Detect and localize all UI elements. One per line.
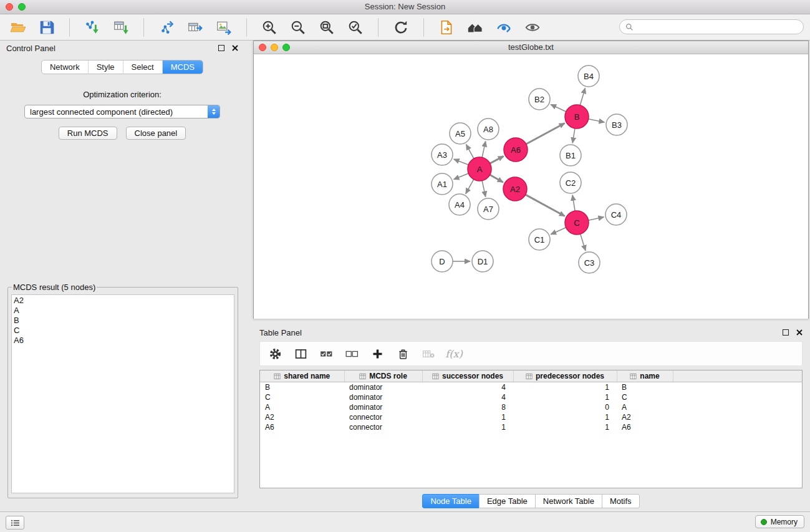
cell[interactable]: A2 bbox=[260, 412, 344, 422]
cell[interactable]: 1 bbox=[422, 412, 513, 422]
cell[interactable]: B bbox=[260, 382, 344, 393]
add-column-icon[interactable] bbox=[370, 346, 385, 361]
node-C1[interactable]: C1 bbox=[529, 229, 550, 250]
table-tab-network-table[interactable]: Network Table bbox=[535, 494, 602, 508]
edge-A-A2[interactable] bbox=[490, 175, 503, 182]
cell[interactable]: A2 bbox=[617, 412, 673, 422]
node-B1[interactable]: B1 bbox=[560, 145, 581, 166]
node-A2[interactable]: A2 bbox=[503, 177, 527, 201]
open-document-icon[interactable] bbox=[437, 18, 456, 37]
edge-A-A7[interactable] bbox=[482, 181, 486, 197]
table-tab-motifs[interactable]: Motifs bbox=[602, 494, 640, 508]
run-mcds-button[interactable]: Run MCDS bbox=[59, 127, 117, 140]
edge-C-C4[interactable] bbox=[589, 217, 604, 220]
result-item-c[interactable]: C bbox=[14, 326, 232, 336]
cell[interactable]: 4 bbox=[422, 392, 513, 402]
cell[interactable]: A6 bbox=[617, 422, 673, 432]
edge-B-B2[interactable] bbox=[551, 105, 566, 112]
cell[interactable]: B bbox=[617, 382, 673, 393]
cell[interactable]: C bbox=[617, 392, 673, 402]
cell[interactable]: 1 bbox=[513, 392, 617, 402]
column-header-predecessor-nodes[interactable]: predecessor nodes bbox=[513, 370, 617, 382]
search-input[interactable] bbox=[637, 22, 803, 32]
delete-table-icon[interactable] bbox=[421, 346, 436, 361]
node-A7[interactable]: A7 bbox=[478, 198, 499, 220]
save-session-icon[interactable] bbox=[37, 18, 56, 37]
node-A3[interactable]: A3 bbox=[432, 144, 453, 165]
control-tab-network[interactable]: Network bbox=[42, 60, 88, 74]
export-table-icon[interactable] bbox=[186, 18, 205, 37]
edge-B-B1[interactable] bbox=[572, 128, 575, 143]
node-A4[interactable]: A4 bbox=[449, 194, 470, 215]
cell[interactable]: dominator bbox=[344, 392, 422, 402]
show-graphics-icon[interactable] bbox=[523, 18, 542, 37]
control-tab-style[interactable]: Style bbox=[88, 60, 123, 74]
table-row-b[interactable]: Bdominator41B bbox=[260, 382, 802, 393]
node-B3[interactable]: B3 bbox=[606, 114, 627, 135]
cell[interactable]: A bbox=[617, 402, 673, 412]
cell[interactable]: 1 bbox=[513, 412, 617, 422]
edge-B-B3[interactable] bbox=[589, 119, 605, 122]
gear-icon[interactable] bbox=[268, 346, 282, 361]
zoom-selected-icon[interactable] bbox=[346, 18, 365, 37]
cell[interactable]: connector bbox=[344, 422, 422, 432]
result-item-a2[interactable]: A2 bbox=[14, 296, 232, 306]
import-table-icon[interactable] bbox=[112, 18, 130, 37]
export-image-icon[interactable] bbox=[215, 18, 233, 37]
node-D[interactable]: D bbox=[432, 251, 453, 272]
cell[interactable]: 8 bbox=[422, 402, 513, 412]
network-window-titlebar[interactable]: testGlobe.txt bbox=[254, 41, 808, 54]
node-A6[interactable]: A6 bbox=[504, 138, 528, 162]
control-tab-mcds[interactable]: MCDS bbox=[162, 60, 203, 74]
node-B4[interactable]: B4 bbox=[578, 65, 599, 87]
edge-C-C3[interactable] bbox=[581, 234, 586, 251]
task-history-button[interactable] bbox=[6, 516, 24, 530]
cell[interactable]: 1 bbox=[513, 422, 617, 432]
node-A8[interactable]: A8 bbox=[478, 118, 499, 140]
edge-C-C2[interactable] bbox=[572, 195, 575, 211]
node-A1[interactable]: A1 bbox=[432, 173, 453, 195]
delete-row-icon[interactable] bbox=[395, 346, 410, 361]
cell[interactable]: 1 bbox=[422, 422, 513, 432]
cell[interactable]: 4 bbox=[422, 382, 513, 393]
cell[interactable]: A bbox=[260, 402, 344, 412]
table-row-c[interactable]: Cdominator41C bbox=[260, 392, 802, 402]
node-B2[interactable]: B2 bbox=[529, 89, 550, 110]
home-icon[interactable] bbox=[466, 18, 485, 37]
memory-button[interactable]: Memory bbox=[755, 515, 804, 528]
open-file-icon[interactable] bbox=[9, 18, 27, 37]
cell[interactable]: dominator bbox=[344, 382, 422, 393]
close-panel-icon[interactable] bbox=[232, 45, 238, 51]
edge-A6-B[interactable] bbox=[526, 123, 565, 145]
node-C2[interactable]: C2 bbox=[560, 172, 581, 193]
node-C[interactable]: C bbox=[565, 211, 589, 235]
table-tab-edge-table[interactable]: Edge Table bbox=[479, 494, 536, 508]
optimization-criterion-dropdown[interactable]: largest connected component (directed) bbox=[24, 105, 220, 118]
table-tab-node-table[interactable]: Node Table bbox=[422, 494, 480, 508]
edge-B-B4[interactable] bbox=[580, 88, 585, 105]
visual-style-icon[interactable] bbox=[494, 18, 513, 37]
result-item-a[interactable]: A bbox=[14, 306, 232, 316]
node-B[interactable]: B bbox=[565, 105, 589, 128]
edge-A-A1[interactable] bbox=[454, 173, 469, 180]
uncheck-all-icon[interactable] bbox=[344, 346, 359, 361]
search-box[interactable] bbox=[619, 19, 804, 34]
import-network-icon[interactable] bbox=[83, 18, 102, 37]
close-panel-button[interactable]: Close panel bbox=[126, 127, 186, 140]
edge-A-A4[interactable] bbox=[466, 180, 474, 194]
table-row-a2[interactable]: A2connector11A2 bbox=[260, 412, 802, 422]
control-tab-select[interactable]: Select bbox=[123, 60, 162, 74]
node-A5[interactable]: A5 bbox=[450, 123, 471, 144]
close-table-panel-icon[interactable] bbox=[796, 329, 803, 336]
edge-A-A8[interactable] bbox=[482, 142, 486, 158]
zoom-in-icon[interactable] bbox=[260, 18, 279, 37]
cell[interactable]: dominator bbox=[344, 402, 422, 412]
cell[interactable]: connector bbox=[344, 412, 422, 422]
cell[interactable]: 0 bbox=[513, 402, 617, 412]
node-D1[interactable]: D1 bbox=[472, 251, 493, 272]
apply-layout-icon[interactable] bbox=[392, 18, 410, 37]
result-item-b[interactable]: B bbox=[14, 316, 232, 326]
node-C3[interactable]: C3 bbox=[579, 252, 600, 273]
column-header-shared-name[interactable]: shared name bbox=[260, 370, 344, 382]
node-C4[interactable]: C4 bbox=[605, 204, 627, 225]
